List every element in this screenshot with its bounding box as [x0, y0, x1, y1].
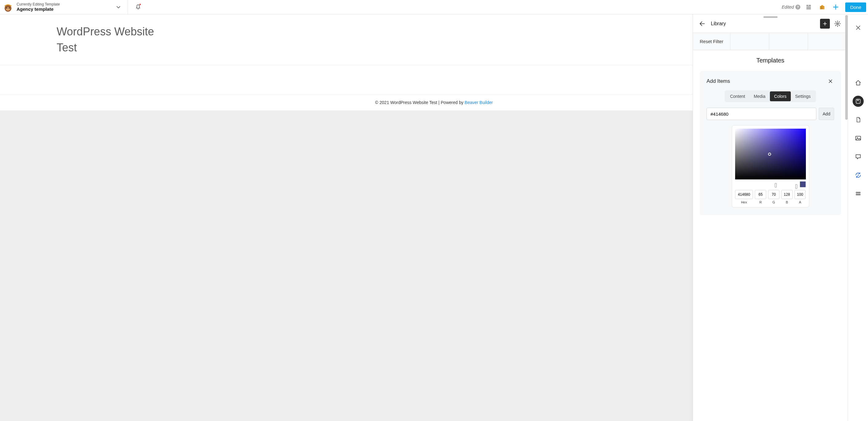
- filter-slot-1[interactable]: [731, 33, 769, 50]
- rail-comments-button[interactable]: [852, 151, 864, 162]
- b-input[interactable]: [781, 190, 793, 199]
- svg-rect-4: [856, 99, 860, 103]
- close-panel-button[interactable]: [853, 23, 863, 33]
- edited-status-text: Edited: [781, 5, 794, 9]
- card-close-button[interactable]: [827, 78, 834, 85]
- add-items-card: Add Items Content Media Colors Settings …: [700, 71, 841, 215]
- svg-point-13: [859, 194, 860, 196]
- a-input[interactable]: [795, 190, 806, 199]
- rail-library-button[interactable]: [852, 96, 864, 107]
- panel-settings-button[interactable]: [833, 19, 842, 28]
- svg-point-3: [9, 7, 9, 8]
- svg-point-10: [859, 192, 860, 193]
- help-icon[interactable]: ?: [796, 5, 800, 9]
- edited-status: Edited ?: [781, 5, 800, 9]
- notification-dot-icon: [140, 4, 141, 5]
- numeric-inputs: Hex R G B A: [735, 190, 806, 204]
- panel-title: Library: [711, 21, 726, 27]
- filter-slot-3[interactable]: [808, 33, 848, 50]
- rail-updates-button[interactable]: [852, 170, 864, 181]
- section-title: Templates: [693, 50, 848, 71]
- b-label: B: [781, 200, 793, 204]
- hex-input-row: Add: [707, 108, 834, 120]
- color-picker: Hex R G B A: [732, 126, 809, 207]
- svg-point-7: [858, 175, 859, 176]
- assistant-icon[interactable]: [817, 2, 828, 12]
- tab-colors[interactable]: Colors: [770, 91, 791, 101]
- title-block: Currently Editing Template Agency templa…: [17, 2, 60, 12]
- add-color-button[interactable]: Add: [819, 108, 834, 120]
- panel-add-button[interactable]: [820, 19, 830, 29]
- outline-button[interactable]: [803, 2, 814, 12]
- hero-title-line2: Test: [57, 41, 77, 54]
- hue-alpha-row: [735, 181, 806, 187]
- back-button[interactable]: [699, 20, 706, 27]
- hero-title-line1: WordPress Website: [57, 25, 154, 38]
- color-swatch: [800, 181, 806, 187]
- footer-link[interactable]: Beaver Builder: [465, 100, 493, 105]
- scrollbar[interactable]: [845, 15, 848, 120]
- svg-point-11: [856, 194, 857, 196]
- hue-thumb[interactable]: [775, 183, 777, 187]
- card-header: Add Items: [707, 78, 834, 85]
- filter-slot-2[interactable]: [769, 33, 808, 50]
- divider: [128, 0, 128, 14]
- card-title: Add Items: [707, 78, 730, 84]
- tabs: Content Media Colors Settings: [725, 90, 816, 102]
- r-label: R: [755, 200, 766, 204]
- svg-point-8: [856, 192, 857, 193]
- tab-settings[interactable]: Settings: [791, 91, 815, 101]
- top-bar-left: Currently Editing Template Agency templa…: [0, 0, 148, 14]
- g-label: G: [768, 200, 779, 204]
- library-panel: Library Reset Filter Templates Add Items…: [693, 14, 848, 421]
- top-bar-right: Edited ? Done: [781, 2, 868, 12]
- a-label: A: [795, 200, 806, 204]
- filter-bar: Reset Filter: [693, 33, 848, 50]
- template-dropdown-toggle[interactable]: [112, 0, 125, 14]
- svg-point-2: [6, 7, 7, 8]
- svg-point-14: [837, 23, 838, 25]
- saturation-value-field[interactable]: [735, 129, 806, 179]
- rail-content-button[interactable]: [852, 114, 864, 125]
- svg-point-12: [858, 194, 859, 196]
- notifications-button[interactable]: [131, 0, 145, 14]
- template-name: Agency template: [17, 6, 60, 12]
- hex-text-input[interactable]: [707, 108, 816, 120]
- tab-media[interactable]: Media: [749, 91, 770, 101]
- reset-filter-button[interactable]: Reset Filter: [693, 33, 731, 50]
- svg-point-9: [858, 192, 859, 193]
- tab-content[interactable]: Content: [725, 91, 749, 101]
- r-input[interactable]: [755, 190, 766, 199]
- editing-label: Currently Editing Template: [17, 2, 60, 6]
- rail-media-button[interactable]: [852, 133, 864, 144]
- top-bar: Currently Editing Template Agency templa…: [0, 0, 868, 14]
- hex-label: Hex: [735, 200, 753, 204]
- sv-cursor[interactable]: [768, 153, 771, 156]
- panel-header-actions: [820, 19, 842, 29]
- side-rail: [848, 14, 868, 421]
- footer-copyright: © 2021 WordPress Website Test | Powered …: [375, 100, 465, 105]
- drag-handle[interactable]: [764, 16, 778, 18]
- hex-input[interactable]: [735, 190, 753, 199]
- brand-logo[interactable]: [2, 2, 13, 12]
- g-input[interactable]: [768, 190, 779, 199]
- add-content-button[interactable]: [831, 2, 841, 12]
- alpha-thumb[interactable]: [796, 184, 797, 189]
- rail-apps-button[interactable]: [852, 188, 864, 199]
- done-button[interactable]: Done: [845, 2, 866, 12]
- rail-home-button[interactable]: [852, 77, 864, 88]
